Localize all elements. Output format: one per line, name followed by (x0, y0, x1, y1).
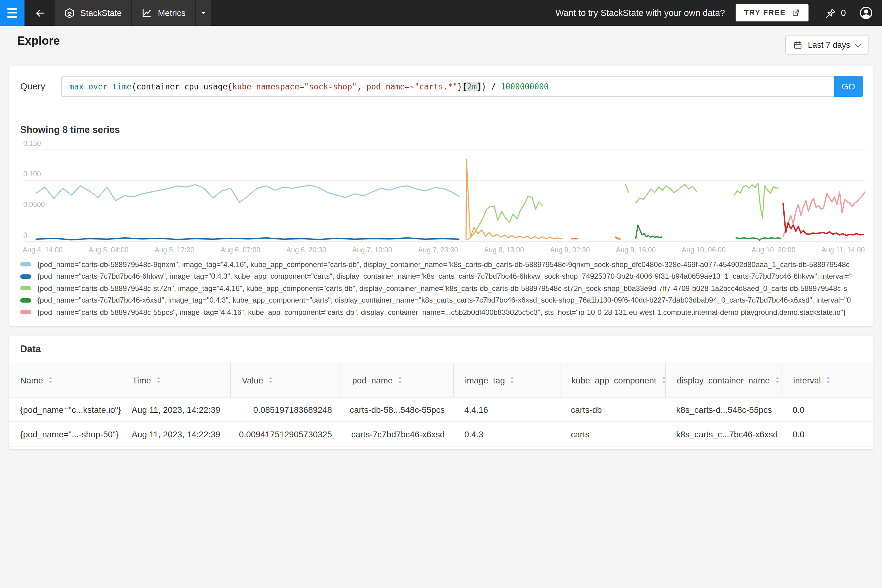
cell-time: Aug 11, 2023, 14:22:39 (121, 422, 230, 446)
legend-item[interactable]: {pod_name="carts-7c7bd7bc46-x6xsd", imag… (20, 294, 872, 306)
table-header-row: NameTimeValuepod_nameimage_tagkube_app_c… (9, 363, 873, 398)
chart-series-plot (22, 135, 865, 243)
query-token: { (228, 82, 232, 91)
column-header-display_container_name[interactable]: display_container_name (665, 363, 782, 397)
query-token: 2m (467, 82, 477, 91)
series-line (616, 237, 620, 239)
pin-button[interactable]: 0 (825, 7, 846, 19)
topbar-right: Want to try StackState with your own dat… (555, 0, 882, 26)
tab-metrics[interactable]: Metrics (132, 0, 195, 26)
user-avatar-button[interactable] (859, 6, 873, 20)
hamburger-menu-button[interactable] (0, 0, 24, 26)
sort-icon (776, 377, 779, 383)
x-axis-label: Aug 6, 20:30 (286, 246, 326, 254)
column-header-interval[interactable]: interval (782, 363, 870, 397)
column-header-name[interactable]: Name (9, 363, 121, 397)
metrics-chart-icon (141, 8, 152, 18)
chevron-down-icon (855, 40, 862, 48)
chevron-down-icon (201, 12, 206, 16)
legend-label: {pod_name="carts-db-588979548c-9qnxm", i… (38, 260, 849, 269)
series-line (36, 184, 459, 202)
legend-item[interactable]: {pod_name="carts-db-588979548c-55pcs", i… (20, 306, 872, 318)
time-range-selector[interactable]: Last 7 days (785, 35, 868, 54)
column-header-time[interactable]: Time (121, 363, 230, 397)
x-axis-label: Aug 8, 13:00 (484, 246, 524, 254)
query-token: , (357, 82, 366, 91)
stackstate-logo-icon (64, 8, 75, 18)
query-token: [ (462, 82, 467, 91)
tab-dropdown-button[interactable] (196, 0, 211, 26)
cell-kube_app_component: carts (560, 422, 665, 446)
back-button[interactable] (24, 0, 55, 26)
query-token: "carts.*" (414, 82, 458, 91)
cell-image_tag: 0.4.3 (453, 422, 560, 446)
page-title: Explore (17, 34, 60, 48)
column-header-label: Value (242, 375, 263, 385)
cell-display_container_name: k8s_carts_c...7bc46-x6xsd (665, 422, 782, 446)
column-header-label: interval (793, 375, 821, 385)
try-free-label: TRY FREE (744, 9, 786, 17)
brand-label: StackState (80, 8, 122, 18)
cell-name: {pod_name="...-shop-50"} (9, 422, 121, 446)
time-series-chart: 0.1500.1000.05000Aug 4, 14:00Aug 5, 04:0… (22, 135, 865, 256)
query-card: Query max_over_time(container_cpu_usage{… (9, 66, 873, 326)
query-token: 1000000000 (501, 82, 549, 91)
column-header-label: Time (132, 375, 151, 385)
cell-value: 0.009417512905730325 (230, 422, 340, 446)
sort-icon (510, 377, 514, 383)
query-token: "sock-shop" (304, 82, 357, 91)
column-header-label: image_tag (465, 375, 505, 385)
go-button[interactable]: GO (834, 76, 863, 97)
column-header-stub (870, 363, 873, 397)
legend-item[interactable]: {pod_name="carts-db-588979548c-st72n", i… (20, 282, 872, 294)
query-token: ) (482, 82, 486, 91)
pin-icon (825, 7, 837, 19)
pin-count: 0 (841, 8, 846, 18)
legend-item[interactable]: {pod_name="carts-7c7bd7bc46-6hkvw", imag… (20, 270, 872, 282)
x-axis-label: Aug 7, 10:00 (352, 246, 392, 254)
sort-icon (269, 377, 273, 383)
series-line (636, 225, 662, 238)
x-axis-label: Aug 10, 06:00 (682, 246, 726, 254)
sort-icon (398, 377, 402, 383)
try-free-button[interactable]: TRY FREE (735, 4, 808, 21)
cell-time: Aug 11, 2023, 14:22:39 (121, 398, 230, 422)
legend-item[interactable]: {pod_name="carts-db-588979548c-9qnxm", i… (20, 258, 872, 270)
data-card: Data NameTimeValuepod_nameimage_tagkube_… (9, 336, 873, 449)
cell-pod_name: carts-db-58...548c-55pcs (340, 398, 453, 422)
cell-interval: 0.0 (782, 398, 870, 422)
column-header-kube_app_component[interactable]: kube_app_component (560, 363, 665, 397)
data-section-title: Data (20, 344, 41, 355)
legend-swatch (20, 274, 31, 279)
explore-page: StackState Metrics Want to try StackStat… (0, 0, 882, 588)
query-label: Query (20, 76, 45, 97)
column-header-pod_name[interactable]: pod_name (340, 363, 453, 397)
query-token: } (458, 82, 462, 91)
series-line (36, 238, 459, 240)
cell-stub (870, 422, 873, 446)
sort-icon (49, 377, 52, 383)
table-row[interactable]: {pod_name="c...kstate.io"}Aug 11, 2023, … (9, 398, 873, 422)
metrics-tab-label: Metrics (158, 8, 185, 18)
avatar-icon (859, 6, 873, 20)
x-axis-label: Aug 7, 23:30 (418, 246, 458, 254)
cell-display_container_name: k8s_carts-d...548c-55pcs (665, 398, 782, 422)
cell-image_tag: 4.4.16 (453, 398, 560, 422)
tab-stackstate[interactable]: StackState (55, 0, 131, 26)
top-bar: StackState Metrics Want to try StackStat… (0, 0, 882, 26)
legend-label: {pod_name="carts-db-588979548c-55pcs", i… (38, 308, 846, 316)
series-line (736, 238, 781, 240)
series-line (626, 184, 629, 193)
x-axis-label: Aug 5, 17:30 (154, 246, 194, 254)
column-header-value[interactable]: Value (230, 363, 340, 397)
legend-swatch (20, 310, 31, 315)
query-input[interactable]: max_over_time(container_cpu_usage{kube_n… (61, 76, 863, 97)
series-line (734, 183, 778, 218)
x-axis-label: Aug 9, 02:30 (550, 246, 590, 254)
table-row[interactable]: {pod_name="...-shop-50"}Aug 11, 2023, 14… (9, 422, 873, 447)
column-header-image_tag[interactable]: image_tag (453, 363, 560, 397)
query-token: kube_namespace= (232, 82, 304, 91)
hamburger-icon (8, 7, 17, 19)
column-header-label: Name (20, 375, 43, 385)
legend-swatch (20, 286, 31, 291)
